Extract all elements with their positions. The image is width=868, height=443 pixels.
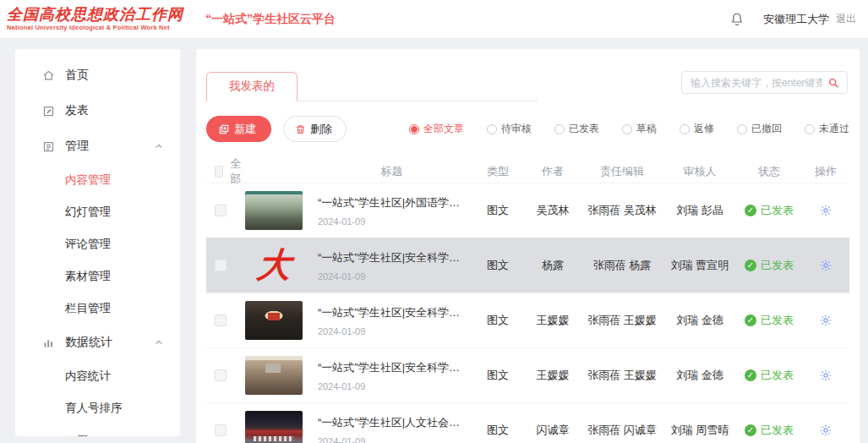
- article-thumbnail: [245, 301, 303, 340]
- article-type: 图文: [471, 368, 525, 383]
- column-type: 类型: [471, 164, 525, 179]
- article-type: 图文: [471, 258, 525, 273]
- logo-title: 全国高校思想政治工作网: [7, 7, 183, 22]
- sidebar-item-material-manage[interactable]: 素材管理: [15, 260, 180, 293]
- row-checkbox[interactable]: [215, 260, 227, 271]
- article-date: 2024-01-09: [318, 436, 466, 443]
- sidebar-item-slides-manage[interactable]: 幻灯管理: [15, 196, 180, 228]
- header-right: 安徽理工大学 退出: [729, 12, 856, 27]
- filter-published[interactable]: 已发表: [554, 122, 599, 136]
- new-button[interactable]: 新建: [206, 116, 271, 142]
- red-logo-glyph: 大: [255, 249, 292, 282]
- sidebar-item-content-manage[interactable]: 内容管理: [15, 164, 180, 196]
- column-reviewer: 审核人: [663, 164, 736, 179]
- sidebar-item-label: 发表: [65, 103, 89, 118]
- row-checkbox[interactable]: [215, 424, 227, 436]
- table-row[interactable]: “一站式”学生社区|安全科学与工程... 2024-01-09 图文 王媛媛 张…: [206, 347, 849, 402]
- column-status: 状态: [736, 164, 802, 179]
- sidebar-item-content-stats[interactable]: 内容统计: [15, 360, 180, 392]
- check-icon: ✓: [745, 205, 756, 216]
- status-filters: 全部文章 待审核 已发表 草稿 返修 已撤回: [386, 122, 849, 136]
- column-editor: 责任编辑: [581, 164, 663, 179]
- sidebar-item-home[interactable]: 首页: [15, 57, 180, 93]
- bell-icon[interactable]: [729, 12, 745, 27]
- column-title: 标题: [318, 164, 471, 179]
- row-settings-icon[interactable]: [819, 369, 833, 382]
- delete-button[interactable]: 删除: [283, 116, 347, 142]
- article-author: 闪诚章: [525, 423, 581, 438]
- filter-pending-review[interactable]: 待审核: [487, 122, 532, 136]
- article-editor: 张雨蓓 吴茂林: [581, 203, 663, 218]
- article-date: 2024-01-09: [318, 216, 466, 227]
- sidebar-item-statistics[interactable]: 数据统计: [15, 325, 180, 360]
- check-icon: ✓: [745, 314, 756, 326]
- sidebar-item-column-manage[interactable]: 栏目管理: [15, 293, 180, 325]
- row-settings-icon[interactable]: [819, 314, 833, 327]
- status-badge: ✓已发表: [745, 423, 794, 438]
- radio-icon: [737, 124, 747, 134]
- app-header: 全国高校思想政治工作网 National University Ideologi…: [0, 0, 868, 39]
- article-editor: 张雨蓓 王媛媛: [581, 313, 663, 328]
- gear-icon: [42, 436, 55, 437]
- select-all-checkbox[interactable]: [215, 166, 223, 178]
- row-settings-icon[interactable]: [819, 204, 833, 217]
- article-reviewer: 刘瑞 曹宣明: [663, 258, 736, 273]
- site-logo: 全国高校思想政治工作网 National University Ideologi…: [7, 7, 183, 31]
- status-badge: ✓已发表: [745, 368, 794, 383]
- table-row[interactable]: “一站式”学生社区|外国语学院联合... 2024-01-09 图文 吴茂林 张…: [206, 183, 849, 238]
- article-type: 图文: [471, 203, 525, 218]
- article-thumbnail: [245, 356, 303, 395]
- sidebar-item-settings[interactable]: 设置: [15, 424, 180, 436]
- radio-icon: [622, 124, 632, 134]
- sidebar-item-label: 设置: [65, 435, 89, 436]
- filter-rejected[interactable]: 未通过: [805, 122, 849, 136]
- table-header: 全部 标题 类型 作者 责任编辑 审核人 状态 操作: [206, 161, 849, 183]
- article-title[interactable]: “一站式”学生社区|外国语学院联合...: [318, 195, 466, 211]
- sidebar-item-manage[interactable]: 管理: [15, 129, 180, 164]
- trash-icon: [295, 123, 306, 135]
- row-checkbox[interactable]: [215, 314, 227, 326]
- article-title[interactable]: “一站式”学生社区|人文社会科学学...: [318, 415, 466, 430]
- article-thumbnail: [245, 411, 303, 443]
- article-title[interactable]: “一站式”学生社区|安全科学与工程...: [318, 250, 466, 265]
- select-all-label: 全部: [230, 156, 245, 187]
- filter-all-articles[interactable]: 全部文章: [409, 122, 464, 136]
- row-checkbox[interactable]: [215, 369, 227, 381]
- check-icon: ✓: [745, 369, 756, 381]
- sidebar-item-label: 数据统计: [65, 335, 112, 350]
- sidebar-item-label: 首页: [65, 68, 89, 83]
- sidebar-item-comments-manage[interactable]: 评论管理: [15, 228, 180, 260]
- search-input[interactable]: [682, 72, 827, 93]
- article-type: 图文: [471, 423, 525, 438]
- article-author: 杨露: [525, 258, 581, 273]
- table-row[interactable]: “一站式”学生社区|人文社会科学学... 2024-01-09 图文 闪诚章 张…: [206, 402, 849, 443]
- row-settings-icon[interactable]: [819, 424, 833, 437]
- sidebar: 首页 发表 管理 内容管理 幻灯管理 评论管理 素材管理 栏目管理 数据统计: [15, 49, 180, 436]
- tab-my-published[interactable]: 我发表的: [206, 72, 298, 101]
- filter-revision[interactable]: 返修: [680, 122, 714, 136]
- logout-button[interactable]: 退出: [836, 12, 856, 26]
- filter-withdrawn[interactable]: 已撤回: [737, 122, 782, 136]
- table-row[interactable]: “一站式”学生社区|安全科学与工程... 2024-01-09 图文 王媛媛 张…: [206, 293, 849, 347]
- article-title[interactable]: “一站式”学生社区|安全科学与工程...: [318, 305, 466, 320]
- article-reviewer: 刘瑞 金德: [663, 368, 736, 383]
- main-panel: 我发表的 新建 删除 全部文章 待审核 已发表: [196, 49, 860, 443]
- toolbar: 新建 删除 全部文章 待审核 已发表 草稿: [206, 116, 849, 142]
- sidebar-item-publish[interactable]: 发表: [15, 93, 180, 129]
- article-reviewer: 刘瑞 彭晶: [663, 203, 736, 218]
- article-author: 吴茂林: [525, 203, 581, 218]
- article-author: 王媛媛: [525, 313, 581, 328]
- radio-icon: [409, 124, 419, 134]
- search-icon[interactable]: [827, 77, 839, 89]
- filter-draft[interactable]: 草稿: [622, 122, 657, 136]
- table-row[interactable]: 大 “一站式”学生社区|安全科学与工程... 2024-01-09 图文 杨露 …: [206, 238, 849, 293]
- row-settings-icon[interactable]: [819, 259, 833, 272]
- sidebar-item-account-rank[interactable]: 育人号排序: [15, 392, 180, 424]
- logo-subtitle: National University Ideological & Politi…: [7, 25, 183, 31]
- radio-icon: [487, 124, 497, 134]
- sidebar-item-label: 管理: [65, 139, 89, 154]
- new-document-icon: [218, 123, 230, 135]
- article-title[interactable]: “一站式”学生社区|安全科学与工程...: [318, 360, 466, 375]
- row-checkbox[interactable]: [215, 205, 227, 216]
- university-name[interactable]: 安徽理工大学: [763, 12, 829, 27]
